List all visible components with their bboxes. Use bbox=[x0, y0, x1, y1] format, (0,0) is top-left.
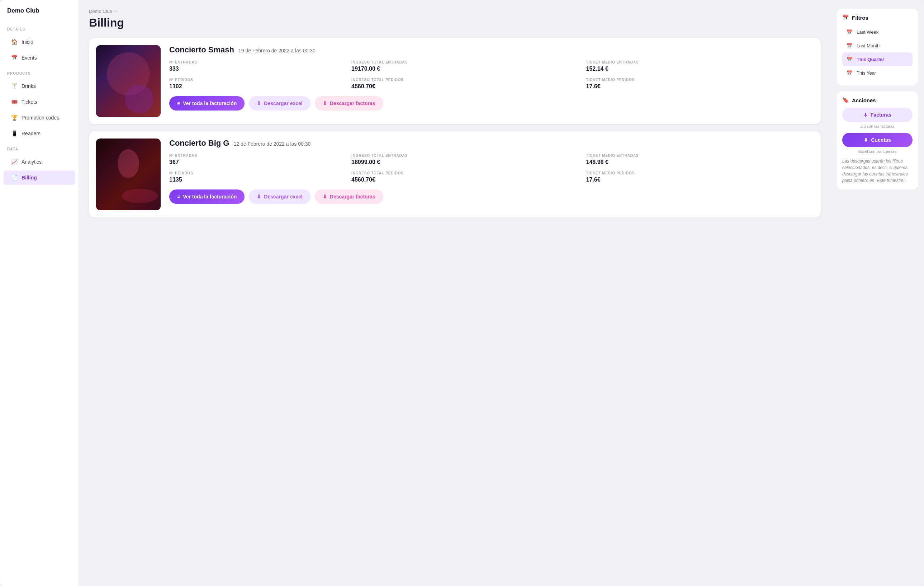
concert-image-2 bbox=[96, 139, 161, 210]
stat-value: 333 bbox=[169, 66, 344, 72]
sidebar-item-billing[interactable]: 📄 Billing bbox=[3, 171, 75, 185]
stat-value: 4560.70€ bbox=[351, 177, 579, 183]
stat-ticket-medio-entradas-1: TICKET MEDIO ENTRADAS 152.14 € bbox=[586, 60, 813, 72]
cuentas-subtext: Excel con las cuentas bbox=[842, 149, 912, 154]
analytics-icon: 📈 bbox=[11, 158, 18, 166]
download-icon: ⬇ bbox=[323, 194, 327, 200]
stat-pedidos-count-2: Nº PEDIDOS 1135 bbox=[169, 171, 344, 183]
stat-label: Nº ENTRADAS bbox=[169, 154, 344, 157]
filter-section: 📅 Filtros 📅 Last Week 📅 Last Month 📅 Thi… bbox=[837, 8, 918, 85]
breadcrumb-separator: > bbox=[114, 8, 117, 14]
sidebar-brand: Demo Club bbox=[0, 7, 79, 22]
stat-value: 1135 bbox=[169, 177, 344, 183]
list-icon: ≡ bbox=[177, 194, 180, 200]
stat-label: INGRESO TOTAL PEDIDOS bbox=[351, 78, 579, 82]
stat-label: TICKET MEDIO ENTRADAS bbox=[586, 154, 813, 157]
event-name-1: Concierto Smash bbox=[169, 45, 234, 55]
event-card-1: Concierto Smash 19 de Febrero de 2022 a … bbox=[89, 38, 821, 124]
breadcrumb: Demo Club > bbox=[89, 8, 821, 14]
filter-icon: 📅 bbox=[842, 14, 849, 21]
sidebar-item-tickets[interactable]: 🎟️ Tickets bbox=[3, 95, 75, 109]
filter-title: 📅 Filtros bbox=[842, 14, 912, 21]
sidebar-item-promotion-codes[interactable]: 🏆 Promotion codes bbox=[3, 111, 75, 125]
sidebar-item-label: Readers bbox=[21, 131, 41, 136]
stat-value: 18099.00 € bbox=[351, 159, 579, 166]
event-date-2: 12 de Febrero de 2022 a las 00:30 bbox=[233, 141, 310, 147]
filter-this-quarter[interactable]: 📅 This Quarter bbox=[842, 52, 912, 66]
download-icon: ⬇ bbox=[257, 101, 261, 106]
stat-ticket-medio-pedidos-2: TICKET MEDIO PEDIDOS 17.6€ bbox=[586, 171, 813, 183]
page-title: Billing bbox=[89, 16, 821, 30]
calendar-icon: 📅 bbox=[846, 28, 853, 36]
acciones-title: 🔖 Acciones bbox=[842, 97, 912, 103]
calendar-icon: 📅 bbox=[846, 69, 853, 76]
sidebar-item-inicio[interactable]: 🏠 Inicio bbox=[3, 35, 75, 49]
event-title-row-1: Concierto Smash 19 de Febrero de 2022 a … bbox=[169, 45, 813, 55]
sidebar: Demo Club DETAILS 🏠 Inicio 📅 Events PROD… bbox=[0, 0, 79, 586]
descargar-facturas-button-1[interactable]: ⬇ Descargar facturas bbox=[315, 96, 383, 111]
stat-label: INGRESO TOTAL PEDIDOS bbox=[351, 171, 579, 175]
filter-this-year[interactable]: 📅 This Year bbox=[842, 66, 912, 79]
stat-label: Nº ENTRADAS bbox=[169, 60, 344, 64]
sidebar-item-label: Inicio bbox=[21, 39, 33, 45]
download-icon: ⬇ bbox=[864, 137, 868, 143]
stat-value: 17.6€ bbox=[586, 83, 813, 90]
sidebar-item-analytics[interactable]: 📈 Analytics bbox=[3, 155, 75, 169]
stat-value: 1102 bbox=[169, 83, 344, 90]
event-image-2 bbox=[96, 139, 161, 210]
download-icon: ⬇ bbox=[257, 194, 261, 200]
stat-label: Nº PEDIDOS bbox=[169, 78, 344, 82]
event-details-2: Concierto Big G 12 de Febrero de 2022 a … bbox=[169, 139, 813, 210]
sidebar-item-readers[interactable]: 📱 Readers bbox=[3, 126, 75, 141]
sidebar-item-drinks[interactable]: 🍸 Drinks bbox=[3, 79, 75, 93]
event-details-1: Concierto Smash 19 de Febrero de 2022 a … bbox=[169, 45, 813, 117]
stat-ingreso-pedidos-2: INGRESO TOTAL PEDIDOS 4560.70€ bbox=[351, 171, 579, 183]
main-content: Demo Club > Billing Concierto Smash 19 d… bbox=[79, 0, 831, 586]
descargar-facturas-button-2[interactable]: ⬇ Descargar facturas bbox=[315, 189, 383, 204]
sidebar-item-label: Drinks bbox=[21, 83, 36, 89]
home-icon: 🏠 bbox=[11, 38, 18, 46]
event-title-row-2: Concierto Big G 12 de Febrero de 2022 a … bbox=[169, 139, 813, 148]
stat-label: TICKET MEDIO ENTRADAS bbox=[586, 60, 813, 64]
acciones-section: 🔖 Acciones ⬇ Facturas Zip con las factur… bbox=[837, 91, 918, 189]
event-date-1: 19 de Febrero de 2022 a las 00:30 bbox=[238, 48, 315, 53]
right-panel: 📅 Filtros 📅 Last Week 📅 Last Month 📅 Thi… bbox=[831, 0, 924, 586]
event-actions-1: ≡ Ver toda la facturación ⬇ Descargar ex… bbox=[169, 96, 813, 111]
calendar-icon: 📅 bbox=[11, 54, 18, 61]
ver-facturacion-button-2[interactable]: ≡ Ver toda la facturación bbox=[169, 189, 244, 204]
sidebar-item-label: Promotion codes bbox=[21, 115, 59, 121]
stat-label: TICKET MEDIO PEDIDOS bbox=[586, 78, 813, 82]
event-name-2: Concierto Big G bbox=[169, 139, 229, 148]
stat-entradas-count-2: Nº ENTRADAS 367 bbox=[169, 154, 344, 166]
billing-icon: 📄 bbox=[11, 174, 18, 181]
disclaimer: Las descargas usarán los filtros selecci… bbox=[842, 158, 912, 184]
stat-ingreso-entradas-2: INGRESO TOTAL ENTRADAS 18099.00 € bbox=[351, 154, 579, 166]
descargar-excel-button-1[interactable]: ⬇ Descargar excel bbox=[249, 96, 310, 111]
stat-ticket-medio-entradas-2: TICKET MEDIO ENTRADAS 148.96 € bbox=[586, 154, 813, 166]
acciones-icon: 🔖 bbox=[842, 97, 849, 103]
sidebar-details-label: DETAILS bbox=[0, 22, 79, 34]
cuentas-button[interactable]: ⬇ Cuentas bbox=[842, 133, 912, 147]
calendar-icon: 📅 bbox=[846, 42, 853, 49]
facturas-subtext: Zip con las facturas bbox=[842, 124, 912, 129]
stat-label: INGRESO TOTAL ENTRADAS bbox=[351, 154, 579, 157]
stat-label: INGRESO TOTAL ENTRADAS bbox=[351, 60, 579, 64]
filter-last-month[interactable]: 📅 Last Month bbox=[842, 39, 912, 52]
ver-facturacion-button-1[interactable]: ≡ Ver toda la facturación bbox=[169, 96, 244, 111]
stat-ticket-medio-pedidos-1: TICKET MEDIO PEDIDOS 17.6€ bbox=[586, 78, 813, 90]
event-card-2: Concierto Big G 12 de Febrero de 2022 a … bbox=[89, 131, 821, 217]
sidebar-item-label: Analytics bbox=[21, 159, 41, 165]
descargar-excel-button-2[interactable]: ⬇ Descargar excel bbox=[249, 189, 310, 204]
list-icon: ≡ bbox=[177, 101, 180, 106]
facturas-button[interactable]: ⬇ Facturas bbox=[842, 108, 912, 122]
drinks-icon: 🍸 bbox=[11, 83, 18, 90]
stat-ingreso-entradas-1: INGRESO TOTAL ENTRADAS 19170.00 € bbox=[351, 60, 579, 72]
sidebar-item-events[interactable]: 📅 Events bbox=[3, 51, 75, 65]
stat-pedidos-count-1: Nº PEDIDOS 1102 bbox=[169, 78, 344, 90]
filter-last-week[interactable]: 📅 Last Week bbox=[842, 25, 912, 39]
event-stats-1: Nº ENTRADAS 333 INGRESO TOTAL ENTRADAS 1… bbox=[169, 60, 813, 90]
stat-label: Nº PEDIDOS bbox=[169, 171, 344, 175]
stat-value: 17.6€ bbox=[586, 177, 813, 183]
sidebar-item-label: Tickets bbox=[21, 99, 37, 105]
trophy-icon: 🏆 bbox=[11, 114, 18, 121]
